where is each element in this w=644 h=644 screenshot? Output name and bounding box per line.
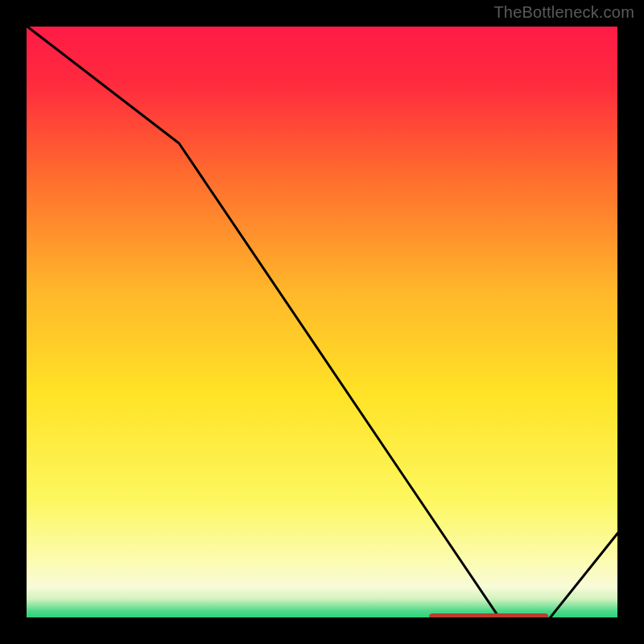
chart-stage: TheBottleneck.com — [0, 0, 644, 644]
plot-background — [24, 24, 620, 620]
bottleneck-chart — [0, 0, 644, 644]
